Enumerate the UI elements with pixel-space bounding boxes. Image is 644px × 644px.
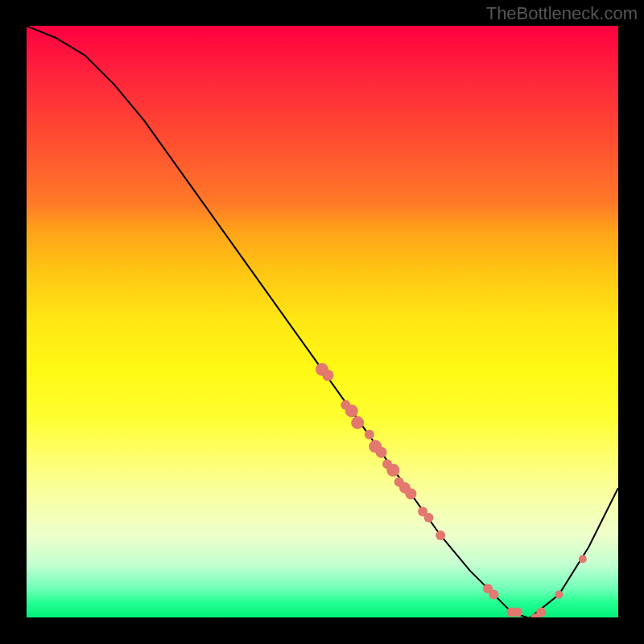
data-marker — [489, 590, 498, 600]
data-marker — [405, 488, 416, 499]
data-marker — [513, 608, 522, 617]
data-marker — [345, 404, 358, 417]
data-marker — [351, 416, 364, 429]
data-marker — [579, 555, 587, 563]
watermark-text: TheBottleneck.com — [486, 3, 638, 24]
data-marker — [365, 430, 374, 440]
chart-svg — [26, 26, 618, 618]
chart-plot-area — [26, 26, 618, 618]
data-marker — [555, 591, 563, 599]
chart-curve-group — [26, 26, 618, 618]
data-marker — [322, 369, 333, 381]
data-marker — [436, 530, 445, 540]
data-marker — [386, 464, 399, 477]
chart-marker-group — [316, 363, 587, 618]
data-marker — [536, 608, 546, 617]
data-marker — [424, 513, 434, 522]
bottleneck-curve — [26, 26, 618, 618]
data-marker — [376, 447, 387, 458]
